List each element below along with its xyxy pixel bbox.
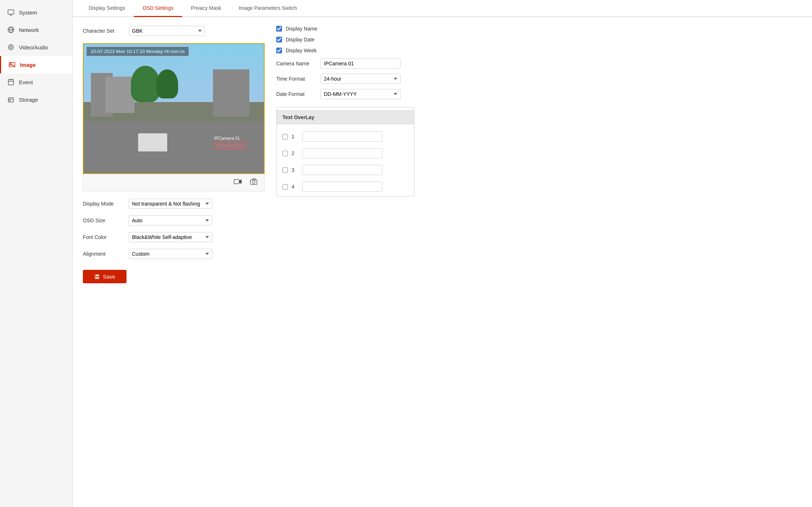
- right-panel: Display Name Display Date Display Week C…: [276, 26, 802, 283]
- tree-2: [156, 69, 178, 98]
- font-color-label: Font Color: [83, 234, 123, 240]
- alignment-label: Alignment: [83, 251, 123, 257]
- save-label: Save: [103, 273, 115, 280]
- settings-form: Display Mode Not transparent & Not flash…: [83, 199, 265, 260]
- overlay-1-checkbox[interactable]: [282, 134, 288, 139]
- tab-osd-settings[interactable]: OSD Settings: [134, 0, 182, 17]
- building-3: [213, 69, 249, 117]
- camera-preview-container: 10-07-2023 Mon 10:17:10 Monday hh:mm:ss …: [83, 43, 265, 191]
- sidebar-item-storage[interactable]: Storage: [0, 91, 72, 108]
- camera-name-label: Camera Name: [276, 61, 316, 66]
- overlay-row-4: 4: [282, 180, 408, 193]
- network-icon: [7, 26, 15, 33]
- overlay-3-input[interactable]: [302, 165, 382, 175]
- tab-privacy-mask[interactable]: Privacy Mask: [182, 0, 230, 17]
- display-date-row: Display Date: [276, 37, 802, 42]
- sidebar-item-image[interactable]: Image: [0, 56, 72, 73]
- text-overlay-header: Text OverLay: [277, 110, 414, 124]
- character-set-label: Character Set: [83, 28, 123, 34]
- sidebar-label-storage: Storage: [19, 97, 38, 103]
- display-mode-select[interactable]: Not transparent & Not flashing Transpare…: [129, 199, 212, 209]
- time-format-select[interactable]: 24-hour 12-hour: [321, 74, 401, 84]
- storage-icon: [7, 96, 15, 103]
- osd-size-label: OSD Size: [83, 218, 123, 223]
- image-icon: [8, 61, 16, 68]
- display-date-label: Display Date: [286, 37, 314, 42]
- camera-icon: [250, 178, 258, 185]
- overlay-row-2: 2: [282, 147, 408, 160]
- osd-overlay-text: 10-07-2023 Mon 10:17:10 Monday hh:mm:ss: [87, 47, 189, 56]
- date-format-row: Date Format DD-MM-YYYY MM-DD-YYYY YYYY-M…: [276, 89, 802, 99]
- svg-rect-11: [8, 80, 13, 85]
- display-name-checkbox[interactable]: [276, 26, 282, 32]
- sidebar-label-network: Network: [19, 27, 39, 33]
- content-area: Character Set GBK UTF-8 ISO-8859-1: [73, 17, 812, 292]
- record-icon: [234, 178, 242, 185]
- osd-size-select[interactable]: Auto Small Medium Large: [129, 215, 212, 226]
- sidebar-label-event: Event: [19, 79, 33, 85]
- building-2: [105, 77, 134, 113]
- text-overlay-section: Text OverLay 1 2 3: [276, 107, 414, 196]
- svg-rect-22: [96, 275, 98, 276]
- left-panel: Character Set GBK UTF-8 ISO-8859-1: [83, 26, 265, 283]
- van: [138, 133, 167, 151]
- overlay-2-checkbox[interactable]: [282, 151, 288, 156]
- display-date-checkbox[interactable]: [276, 37, 282, 42]
- save-button[interactable]: Save: [83, 270, 126, 283]
- record-button[interactable]: [232, 177, 244, 188]
- overlay-1-num: 1: [292, 134, 299, 139]
- camera-name-text: IPCamera 01: [214, 136, 246, 141]
- camera-name-overlay: IPCamera 01 IPCamera 01: [214, 136, 246, 150]
- osd-size-row: OSD Size Auto Small Medium Large: [83, 215, 265, 226]
- font-color-row: Font Color Black&White Self-adaptive Bla…: [83, 232, 265, 242]
- sidebar-item-video-audio[interactable]: Video/Audio: [0, 38, 72, 56]
- overlay-1-input[interactable]: [302, 131, 382, 142]
- display-name-row: Display Name: [276, 26, 802, 32]
- display-week-row: Display Week: [276, 48, 802, 53]
- preview-controls: [83, 174, 265, 191]
- sidebar-label-video-audio: Video/Audio: [19, 44, 48, 50]
- character-set-row: Character Set GBK UTF-8 ISO-8859-1: [83, 26, 265, 36]
- tab-image-parameters-switch[interactable]: Image Parameters Switch: [230, 0, 305, 17]
- overlay-row-3: 3: [282, 163, 408, 177]
- camera-name-input[interactable]: [321, 58, 401, 69]
- svg-point-21: [252, 181, 255, 183]
- tab-display-settings[interactable]: Display Settings: [80, 0, 134, 17]
- character-set-select[interactable]: GBK UTF-8 ISO-8859-1: [129, 26, 205, 36]
- svg-rect-0: [8, 10, 14, 14]
- tree-1: [131, 66, 160, 102]
- sidebar-item-system[interactable]: System: [0, 4, 72, 21]
- font-color-select[interactable]: Black&White Self-adaptive Black White Re…: [129, 232, 212, 242]
- sidebar-item-network[interactable]: Network: [0, 21, 72, 38]
- main-content: Display Settings OSD Settings Privacy Ma…: [73, 0, 812, 507]
- overlay-row-1: 1: [282, 130, 408, 143]
- alignment-row: Alignment Custom Left Right Center: [83, 249, 265, 259]
- date-format-select[interactable]: DD-MM-YYYY MM-DD-YYYY YYYY-MM-DD: [321, 89, 401, 99]
- sidebar: System Network Video/Audio Image: [0, 0, 73, 507]
- save-icon: [94, 274, 100, 280]
- svg-rect-18: [234, 179, 239, 184]
- event-icon: [7, 78, 15, 86]
- svg-marker-19: [239, 180, 241, 183]
- tab-bar: Display Settings OSD Settings Privacy Ma…: [73, 0, 812, 17]
- camera-preview: 10-07-2023 Mon 10:17:10 Monday hh:mm:ss …: [83, 43, 265, 174]
- display-week-label: Display Week: [286, 48, 317, 53]
- display-name-label: Display Name: [286, 26, 317, 32]
- text-overlay-items: 1 2 3 4: [277, 127, 414, 196]
- sidebar-item-event[interactable]: Event: [0, 73, 72, 91]
- video-icon: [7, 44, 15, 51]
- snapshot-button[interactable]: [248, 177, 260, 188]
- overlay-3-checkbox[interactable]: [282, 167, 288, 173]
- display-mode-label: Display Mode: [83, 201, 123, 207]
- overlay-3-num: 3: [292, 167, 299, 173]
- overlay-2-input[interactable]: [302, 148, 382, 158]
- time-format-row: Time Format 24-hour 12-hour: [276, 74, 802, 84]
- display-week-checkbox[interactable]: [276, 48, 282, 53]
- alignment-select[interactable]: Custom Left Right Center: [129, 249, 212, 259]
- overlay-4-input[interactable]: [302, 182, 382, 192]
- svg-rect-15: [8, 98, 13, 102]
- time-format-label: Time Format: [276, 76, 316, 82]
- overlay-4-checkbox[interactable]: [282, 184, 288, 190]
- camera-name-row: Camera Name: [276, 58, 802, 69]
- svg-point-17: [9, 100, 10, 101]
